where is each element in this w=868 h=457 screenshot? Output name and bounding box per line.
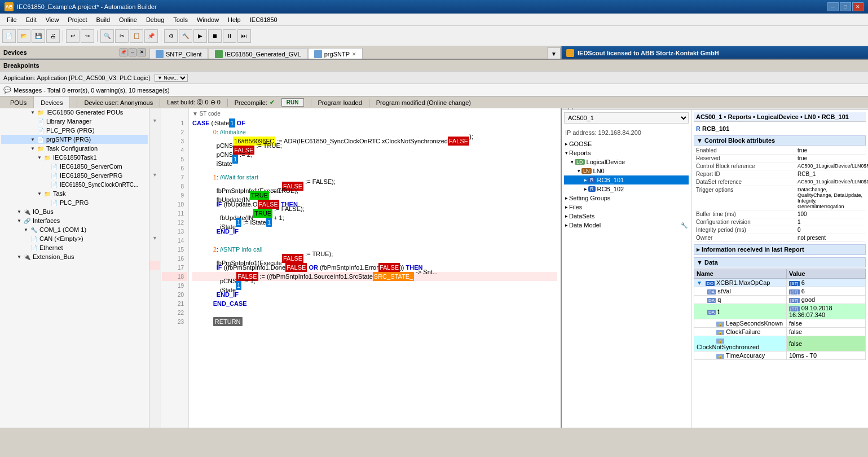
devices-pin-button[interactable]: 📌 <box>120 49 127 56</box>
tab-prgsntp-icon <box>314 50 322 58</box>
bottom-tabs: POUs Devices <box>3 96 70 108</box>
menu-build[interactable]: Build <box>92 15 114 24</box>
tb-stop[interactable]: ⏹ <box>208 29 222 43</box>
devices-close-button[interactable]: ✕ <box>138 49 146 56</box>
status-bar: POUs Devices Device user: Anonymous Last… <box>0 96 868 108</box>
app-status-text: Application: Application [PLC_AC500_V3: … <box>3 74 150 81</box>
menu-edit[interactable]: Edit <box>21 15 41 24</box>
breakpoints-label: Breakpoints <box>3 62 39 69</box>
tb-pause[interactable]: ⏸ <box>223 29 236 43</box>
bottom-container: Breakpoints Application: Application [PL… <box>0 59 868 457</box>
tb-undo[interactable]: ↩ <box>66 29 80 43</box>
menu-tools[interactable]: Tools <box>169 15 192 24</box>
tab-sntp-client-label: SNTP_Client <box>166 51 202 58</box>
menu-window[interactable]: Window <box>192 15 223 24</box>
messages-text: Messages - Total 0 error(s), 0 warning(s… <box>14 87 170 94</box>
app-icon: AB <box>5 2 14 11</box>
title-bar: AB IEC61850_ExampleA.project* - Automati… <box>0 0 868 14</box>
tb-sep2 <box>97 30 98 42</box>
bottom-tab-pous-label: POUs <box>10 99 27 106</box>
breakpoints-bar: Breakpoints <box>0 59 868 71</box>
menu-help[interactable]: Help <box>223 15 245 24</box>
menu-bar: File Edit View Project Build Online Debu… <box>0 14 868 26</box>
status-sep5 <box>369 99 369 107</box>
devices-title: Devices <box>3 49 27 56</box>
tb-print[interactable]: 🖨 <box>46 29 60 43</box>
tab-sntp-client-icon <box>156 50 164 58</box>
minimize-button[interactable]: ─ <box>827 2 839 11</box>
tb-find[interactable]: 🔍 <box>100 29 114 43</box>
program-modified: Program modified (Online change) <box>376 99 471 106</box>
devices-panel-header: Devices 📌 ─ ✕ <box>0 46 149 59</box>
menu-file[interactable]: File <box>2 15 21 24</box>
status-sep3 <box>227 99 228 107</box>
tb-paste[interactable]: 📌 <box>144 29 158 43</box>
status-sep2 <box>160 99 160 107</box>
status-last-build: Last build: ⓪ 0 ⊖ 0 <box>167 98 221 107</box>
close-button[interactable]: ✕ <box>852 2 863 11</box>
tab-sntp-client[interactable]: SNTP_Client <box>149 48 208 60</box>
tab-generated-gvl[interactable]: IEC61850_Generated_GVL <box>209 48 307 60</box>
tab-prgsntp-label: prgSNTP <box>324 51 350 58</box>
menu-debug[interactable]: Debug <box>142 15 169 24</box>
menu-project[interactable]: Project <box>63 15 91 24</box>
tab-arrow[interactable]: ▼ <box>547 47 561 60</box>
run-button[interactable]: RUN <box>281 98 304 107</box>
tb-sep3 <box>161 30 161 42</box>
app-status-bar: Application: Application [PLC_AC500_V3: … <box>0 71 868 84</box>
main-toolbar: 📄 📂 💾 🖨 ↩ ↪ 🔍 ✂ 📋 📌 ⚙ 🔨 ▶ ⏹ ⏸ ⏭ <box>0 26 868 46</box>
precompile-check: ✔ <box>270 99 275 106</box>
ied-title-bar: IEDScout licensed to ABB Stortz-Kontakt … <box>562 46 868 60</box>
messages-icon: 💬 <box>3 86 11 94</box>
bottom-tab-devices[interactable]: Devices <box>34 96 70 108</box>
app-title: IEC61850_ExampleA.project* - Automation … <box>17 3 827 10</box>
status-device-user: Device user: Anonymous <box>84 99 153 106</box>
menu-online[interactable]: Online <box>114 15 142 24</box>
tb-open[interactable]: 📂 <box>17 29 30 43</box>
ied-title-icon <box>566 49 574 57</box>
window-controls: ─ □ ✕ <box>827 2 863 11</box>
tb-redo[interactable]: ↪ <box>81 29 94 43</box>
program-loaded: Program loaded <box>318 99 362 106</box>
menu-view[interactable]: View <box>41 15 64 24</box>
tb-cut[interactable]: ✂ <box>115 29 129 43</box>
devices-minimize-button[interactable]: ─ <box>129 49 136 56</box>
tb-step[interactable]: ⏭ <box>237 29 251 43</box>
bottom-tab-pous[interactable]: POUs <box>3 96 34 108</box>
tab-gvl-label: IEC61850_Generated_GVL <box>225 51 301 58</box>
ied-title-text: IEDScout licensed to ABB Stortz-Kontakt … <box>578 50 719 56</box>
menu-iec61850[interactable]: IEC61850 <box>245 15 282 24</box>
tb-copy[interactable]: 📋 <box>130 29 143 43</box>
messages-bar: 💬 Messages - Total 0 error(s), 0 warning… <box>0 84 868 96</box>
tb-compile[interactable]: ⚙ <box>164 29 178 43</box>
status-sep4 <box>311 99 311 107</box>
last-build-label: Last build: ⓪ 0 ⊖ 0 <box>167 98 221 107</box>
device-user-text: Device user: Anonymous <box>84 99 153 106</box>
tb-new[interactable]: 📄 <box>2 29 16 43</box>
maximize-button[interactable]: □ <box>840 2 851 11</box>
app-status-select[interactable]: ▼ New... <box>155 74 188 82</box>
tb-sep1 <box>63 30 63 42</box>
bottom-tab-devices-label: Devices <box>41 99 63 106</box>
tab-gvl-icon <box>215 50 223 58</box>
precompile-label: Precompile: <box>235 99 267 106</box>
tab-close-prgsntp[interactable]: ✕ <box>352 51 356 57</box>
status-precompile: Precompile: ✔ <box>235 99 275 106</box>
tb-build[interactable]: 🔨 <box>179 29 192 43</box>
status-sep1 <box>77 99 77 107</box>
tb-run[interactable]: ▶ <box>193 29 207 43</box>
tb-save[interactable]: 💾 <box>32 29 45 43</box>
